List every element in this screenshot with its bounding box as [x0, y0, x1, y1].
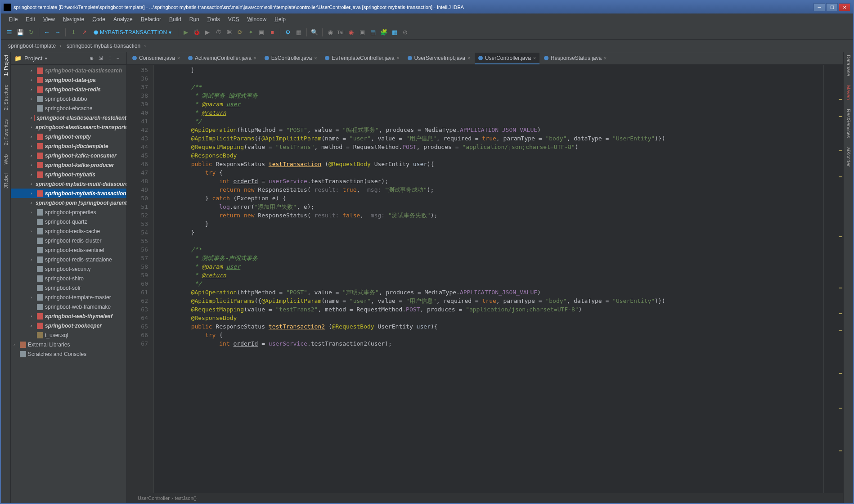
code[interactable]: } /** * 测试事务-编程式事务 * @param user * @retu… [154, 65, 843, 493]
editor-tab[interactable]: UserServiceImpl.java× [404, 53, 474, 64]
editor-tab[interactable]: Consumer.java× [129, 53, 184, 64]
close-icon[interactable]: × [254, 56, 256, 61]
tree-item[interactable]: Scratches and Consoles [11, 349, 126, 359]
right-tab-maven[interactable]: Maven [846, 85, 851, 100]
profile-icon[interactable]: ⏱ [214, 28, 222, 36]
menu-edit[interactable]: Edit [22, 15, 39, 24]
tail-icon[interactable]: ◉ [326, 28, 334, 36]
left-tab-project[interactable]: 1: Project [3, 55, 9, 76]
no-icon[interactable]: ⊘ [401, 28, 409, 36]
attach-icon[interactable]: ⌘ [225, 28, 233, 36]
editor-tab[interactable]: UserController.java× [475, 53, 539, 64]
bc-method[interactable]: testJson() [175, 495, 197, 501]
tree-item[interactable]: springboot-security [11, 264, 126, 274]
menu-vcs[interactable]: VCS [225, 15, 243, 24]
menu-file[interactable]: File [5, 15, 21, 24]
project-tree[interactable]: ›springboot-data-elasticsearch›springboo… [11, 65, 126, 503]
collapse-icon[interactable]: ⇲ [99, 55, 105, 62]
locate-icon[interactable]: ↗ [80, 28, 88, 36]
close-icon[interactable]: × [533, 56, 536, 61]
coverage-icon[interactable]: ▶ [203, 28, 211, 36]
sync-icon[interactable]: ↻ [27, 28, 35, 36]
menu-build[interactable]: Build [166, 15, 185, 24]
tree-item[interactable]: ›springboot-mybatis [11, 170, 126, 179]
pin-icon[interactable]: ◉ [347, 28, 355, 36]
tree-item[interactable]: ›springboot-properties [11, 207, 126, 217]
tree-item[interactable]: ›springboot-empty [11, 132, 126, 141]
jrebel-icon[interactable]: ✦ [247, 28, 255, 36]
target-icon[interactable]: ⊕ [90, 55, 96, 62]
tree-item[interactable]: ›springboot-zookeeper [11, 321, 126, 330]
tree-item[interactable]: ›springboot-mybatis-transaction [11, 189, 126, 198]
editor-tab[interactable]: ActivemqController.java× [184, 53, 260, 64]
close-button[interactable]: ✕ [839, 3, 850, 11]
tree-item[interactable]: ›springboot-dubbo [11, 94, 126, 104]
menu-help[interactable]: Help [271, 15, 289, 24]
editor-tab[interactable]: EsTemplateController.java× [321, 53, 403, 64]
menu-navigate[interactable]: Navigate [59, 15, 88, 24]
tree-item[interactable]: ›springboot-mybatis-mutil-datasource [11, 179, 126, 189]
right-tab-database[interactable]: Database [846, 55, 851, 76]
menu-tools[interactable]: Tools [204, 15, 224, 24]
tree-item[interactable]: ›springboot-web-thymeleaf [11, 311, 126, 321]
run-icon[interactable]: ▶ [182, 28, 190, 36]
gear-icon[interactable]: ⚙ [284, 28, 292, 36]
maximize-button[interactable]: ☐ [826, 3, 838, 11]
close-icon[interactable]: × [467, 56, 470, 61]
m2-icon[interactable]: ▤ [369, 28, 377, 36]
tree-item[interactable]: springboot-web-framemake [11, 302, 126, 311]
tree-item[interactable]: ›springboot-redis-standalone [11, 255, 126, 264]
bc-class[interactable]: UserController [138, 495, 170, 501]
hide-icon[interactable]: − [117, 55, 123, 62]
right-tab-aix[interactable]: aiXcoder [846, 147, 851, 166]
puzzle-icon[interactable]: 🧩 [380, 28, 388, 36]
minimize-button[interactable]: ─ [814, 3, 825, 11]
menu-refactor[interactable]: Refactor [137, 15, 165, 24]
close-icon[interactable]: × [397, 56, 400, 61]
tree-item[interactable]: ›springboot-data-redis [11, 85, 126, 94]
menu-view[interactable]: View [40, 15, 58, 24]
tree-item[interactable]: ›springboot-kafka-producer [11, 160, 126, 170]
close-icon[interactable]: × [604, 56, 607, 61]
tree-item[interactable]: ›springboot-data-elasticsearch [11, 66, 126, 75]
jr2-icon[interactable]: ▣ [257, 28, 265, 36]
forward-icon[interactable]: → [54, 28, 62, 36]
rerun-icon[interactable]: ⟳ [236, 28, 244, 36]
left-tab-web[interactable]: Web [3, 154, 9, 164]
menu-analyze[interactable]: Analyze [110, 15, 136, 24]
menu-window[interactable]: Window [243, 15, 270, 24]
close-icon[interactable]: × [177, 56, 180, 61]
minimap[interactable] [823, 65, 843, 493]
tree-item[interactable]: t_user.sql [11, 330, 126, 340]
editor-tab[interactable]: EsController.java× [261, 53, 321, 64]
menu-run[interactable]: Run [186, 15, 203, 24]
tree-item[interactable]: ›External Libraries [11, 340, 126, 349]
editor[interactable]: 3536373839404142434445464748495051525354… [127, 65, 843, 493]
settings-icon[interactable]: ⋮ [108, 55, 114, 62]
stop-icon[interactable]: ■ [268, 28, 276, 36]
tree-item[interactable]: ›springboot-elasticsearch-transportclien… [11, 122, 126, 132]
tree-item[interactable]: ›springboot-jdbctemplate [11, 141, 126, 151]
tree-item[interactable]: springboot-solr [11, 283, 126, 292]
open-icon[interactable]: ☰ [5, 28, 13, 36]
crumb-root[interactable]: springboot-template [6, 43, 56, 49]
debug-icon[interactable]: 🐞 [193, 28, 201, 36]
editor-tab[interactable]: ResponseStatus.java× [540, 53, 610, 64]
tree-item[interactable]: ›springboot-template-master [11, 292, 126, 302]
m1-icon[interactable]: ▣ [358, 28, 366, 36]
dashboard-icon[interactable]: ▦ [295, 28, 303, 36]
tree-item[interactable]: ›springboot-redis-cache [11, 226, 126, 236]
tree-item[interactable]: springboot-quartz [11, 217, 126, 226]
tree-item[interactable]: ›springboot-data-jpa [11, 75, 126, 85]
tree-item[interactable]: ›springboot-pom [springboot-parent] [11, 198, 126, 207]
tree-item[interactable]: springboot-redis-cluster [11, 236, 126, 245]
tree-item[interactable]: ›springboot-elasticsearch-restclient [11, 113, 126, 122]
left-tab-jrebel[interactable]: JRebel [3, 173, 9, 189]
tree-item[interactable]: springboot-ehcache [11, 104, 126, 113]
tree-item[interactable]: springboot-redis-sentinel [11, 245, 126, 255]
grid-icon[interactable]: ▦ [391, 28, 399, 36]
save-icon[interactable]: 💾 [16, 28, 24, 36]
build-icon[interactable]: ⬇ [69, 28, 77, 36]
menu-code[interactable]: Code [89, 15, 109, 24]
tree-item[interactable]: ›springboot-kafka-consumer [11, 151, 126, 160]
